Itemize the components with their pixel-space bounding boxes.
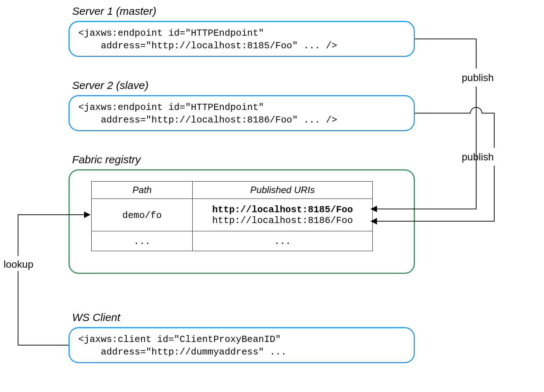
client-box: <jaxws:client id="ClientProxyBeanID" add… (69, 327, 415, 363)
registry-row2-uris: ... (274, 236, 291, 247)
server2-box: <jaxws:endpoint id="HTTPEndpoint" addres… (69, 95, 415, 131)
server2-title: Server 2 (slave) (72, 79, 149, 92)
registry-header-path: Path (92, 182, 193, 199)
publish-label-1: publish (462, 72, 494, 84)
registry-title: Fabric registry (72, 153, 141, 166)
registry-header-uris: Published URIs (193, 182, 373, 199)
publish-label-2: publish (462, 151, 494, 163)
server2-code: <jaxws:endpoint id="HTTPEndpoint" addres… (70, 96, 414, 132)
registry-row1-uri1: http://localhost:8185/Foo (197, 204, 368, 215)
server1-box: <jaxws:endpoint id="HTTPEndpoint" addres… (69, 21, 415, 57)
client-title: WS Client (72, 311, 120, 324)
server1-code: <jaxws:endpoint id="HTTPEndpoint" addres… (70, 22, 414, 57)
lookup-label: lookup (4, 259, 34, 270)
server1-title: Server 1 (master) (72, 5, 156, 17)
registry-row1-path: demo/fo (122, 210, 162, 221)
registry-row2-path: ... (133, 236, 150, 247)
client-code: <jaxws:client id="ClientProxyBeanID" add… (70, 328, 414, 364)
table-row: ... ... (92, 231, 373, 251)
registry-table: Path Published URIs demo/fo http://local… (91, 181, 373, 251)
registry-box: Path Published URIs demo/fo http://local… (69, 169, 415, 274)
table-row: demo/fo http://localhost:8185/Foo http:/… (92, 199, 373, 231)
registry-row1-uri2: http://localhost:8186/Foo (197, 215, 368, 226)
